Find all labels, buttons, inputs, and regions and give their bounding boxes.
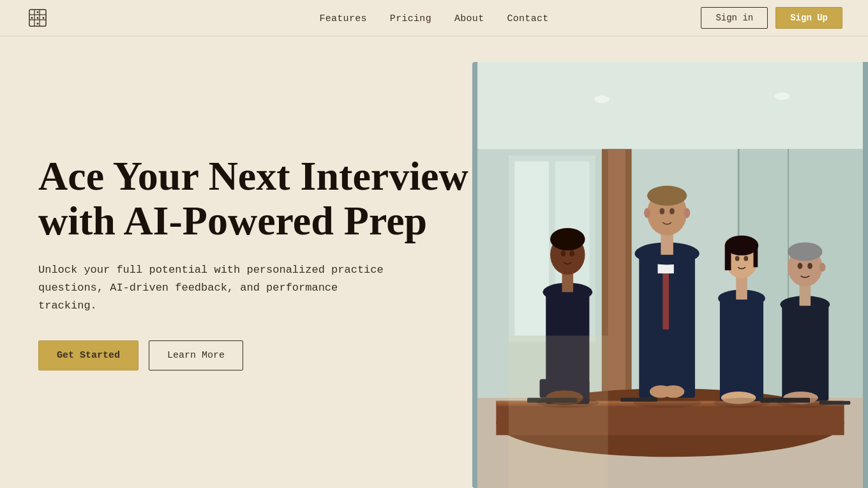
svg-rect-54 xyxy=(725,245,731,270)
svg-point-33 xyxy=(569,250,574,257)
svg-point-9 xyxy=(43,17,45,19)
svg-point-32 xyxy=(561,250,566,257)
svg-point-31 xyxy=(550,228,585,250)
logo-icon xyxy=(26,6,50,30)
svg-point-43 xyxy=(659,208,664,215)
hero-buttons: Get Started Learn More xyxy=(38,340,472,370)
svg-point-66 xyxy=(819,263,826,272)
svg-rect-55 xyxy=(753,245,758,267)
svg-point-6 xyxy=(37,17,39,19)
svg-rect-49 xyxy=(720,298,763,401)
learn-more-button[interactable]: Learn More xyxy=(149,340,243,370)
svg-point-45 xyxy=(684,208,690,218)
svg-point-44 xyxy=(670,208,675,215)
hero-image-area xyxy=(472,36,868,488)
svg-point-48 xyxy=(662,385,684,397)
svg-rect-11 xyxy=(477,62,863,149)
get-started-button[interactable]: Get Started xyxy=(38,340,138,370)
svg-point-76 xyxy=(777,398,833,408)
svg-point-12 xyxy=(594,96,609,103)
signup-button[interactable]: Sign Up xyxy=(775,7,842,29)
svg-point-75 xyxy=(714,398,770,408)
svg-rect-59 xyxy=(782,305,828,401)
nav-link-about[interactable]: About xyxy=(454,13,484,24)
svg-rect-72 xyxy=(509,335,608,488)
nav-actions: Sign in Sign Up xyxy=(701,7,842,29)
nav-item-pricing[interactable]: Pricing xyxy=(390,12,431,24)
hero-subtitle: Unlock your full potential with personal… xyxy=(38,261,396,315)
navbar: Features Pricing About Contact Sign in S… xyxy=(0,0,868,36)
svg-point-8 xyxy=(31,17,33,19)
nav-link-contact[interactable]: Contact xyxy=(507,13,548,24)
nav-item-features[interactable]: Features xyxy=(319,12,366,24)
svg-point-57 xyxy=(744,256,748,261)
svg-point-46 xyxy=(644,208,650,218)
hero-content: Ace Your Next Interview with AI-Powered … xyxy=(0,36,472,488)
svg-point-7 xyxy=(37,23,39,25)
signin-button[interactable]: Sign in xyxy=(701,7,768,29)
hero-section: Ace Your Next Interview with AI-Powered … xyxy=(0,36,868,488)
svg-rect-15 xyxy=(608,149,625,397)
svg-point-65 xyxy=(807,263,812,270)
boardroom-illustration xyxy=(472,62,868,488)
nav-link-pricing[interactable]: Pricing xyxy=(390,13,431,24)
svg-point-56 xyxy=(735,256,740,261)
nav-links: Features Pricing About Contact xyxy=(319,12,548,24)
svg-point-42 xyxy=(647,186,687,206)
svg-point-5 xyxy=(37,11,39,13)
nav-link-features[interactable]: Features xyxy=(319,13,366,24)
svg-rect-20 xyxy=(515,162,550,336)
hero-image-container xyxy=(472,62,868,488)
svg-point-64 xyxy=(798,263,803,270)
svg-point-74 xyxy=(633,398,701,408)
hero-title: Ace Your Next Interview with AI-Powered … xyxy=(38,154,472,244)
logo[interactable] xyxy=(26,6,50,30)
svg-point-73 xyxy=(537,398,599,408)
nav-item-contact[interactable]: Contact xyxy=(507,12,548,24)
svg-point-63 xyxy=(788,242,823,261)
svg-point-13 xyxy=(775,93,789,100)
nav-item-about[interactable]: About xyxy=(454,12,484,24)
